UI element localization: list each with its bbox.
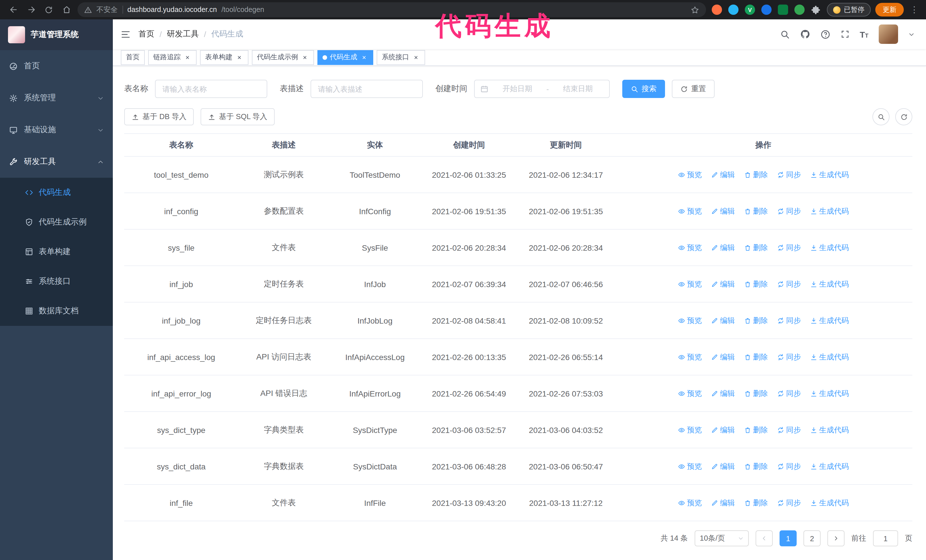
preview-link[interactable]: 预览 — [678, 169, 702, 180]
back-icon[interactable] — [6, 2, 21, 17]
table-desc-input[interactable] — [310, 80, 423, 98]
avatar-caret-icon[interactable] — [908, 31, 915, 37]
edit-link[interactable]: 编辑 — [711, 279, 735, 289]
generate-code-link[interactable]: 生成代码 — [810, 315, 849, 326]
edit-link[interactable]: 编辑 — [711, 352, 735, 362]
tab-system-api[interactable]: 系统接口× — [377, 50, 425, 65]
edit-link[interactable]: 编辑 — [711, 388, 735, 398]
sidebar-item-codegen[interactable]: 代码生成 — [0, 178, 113, 207]
chrome-update-button[interactable]: 更新 — [875, 3, 904, 17]
delete-link[interactable]: 删除 — [744, 425, 768, 435]
close-icon[interactable]: × — [301, 53, 309, 61]
reload-icon[interactable] — [41, 2, 56, 17]
page-button-2[interactable]: 2 — [803, 530, 820, 546]
generate-code-link[interactable]: 生成代码 — [810, 206, 849, 216]
delete-link[interactable]: 删除 — [744, 388, 768, 398]
generate-code-link[interactable]: 生成代码 — [810, 352, 849, 362]
delete-link[interactable]: 删除 — [744, 498, 768, 508]
delete-link[interactable]: 删除 — [744, 315, 768, 326]
page-size-select[interactable]: 10条/页 — [694, 530, 749, 546]
import-sql-button[interactable]: 基于 SQL 导入 — [201, 108, 275, 125]
preview-link[interactable]: 预览 — [678, 352, 702, 362]
delete-link[interactable]: 删除 — [744, 169, 768, 180]
delete-link[interactable]: 删除 — [744, 352, 768, 362]
sync-link[interactable]: 同步 — [777, 315, 801, 326]
home-button-icon[interactable] — [59, 2, 74, 17]
preview-link[interactable]: 预览 — [678, 425, 702, 435]
extensions-puzzle-icon[interactable] — [811, 5, 820, 15]
user-avatar[interactable] — [879, 24, 898, 44]
browser-menu-icon[interactable]: ⋮ — [908, 5, 920, 15]
edit-link[interactable]: 编辑 — [711, 206, 735, 216]
tab-form-builder[interactable]: 表单构建× — [200, 50, 248, 65]
preview-link[interactable]: 预览 — [678, 461, 702, 471]
delete-link[interactable]: 删除 — [744, 242, 768, 253]
close-icon[interactable]: × — [360, 53, 368, 61]
table-name-input[interactable] — [155, 80, 267, 98]
preview-link[interactable]: 预览 — [678, 279, 702, 289]
extension-icon[interactable]: V — [745, 5, 755, 15]
sync-link[interactable]: 同步 — [777, 388, 801, 398]
reset-button[interactable]: 重置 — [672, 80, 714, 98]
sidebar-item-home[interactable]: 首页 — [0, 50, 113, 82]
tab-home[interactable]: 首页 — [121, 50, 145, 65]
generate-code-link[interactable]: 生成代码 — [810, 425, 849, 435]
tab-trace[interactable]: 链路追踪× — [148, 50, 197, 65]
sync-link[interactable]: 同步 — [777, 352, 801, 362]
tab-codegen-demo[interactable]: 代码生成示例× — [252, 50, 314, 65]
sidebar-item-system-api[interactable]: 系统接口 — [0, 267, 113, 296]
generate-code-link[interactable]: 生成代码 — [810, 498, 849, 508]
delete-link[interactable]: 删除 — [744, 206, 768, 216]
forward-icon[interactable] — [23, 2, 39, 17]
breadcrumb-home[interactable]: 首页 — [138, 29, 154, 39]
tab-codegen[interactable]: 代码生成× — [318, 50, 373, 65]
sidebar-item-dev-tools[interactable]: 研发工具 — [0, 146, 113, 178]
preview-link[interactable]: 预览 — [678, 388, 702, 398]
breadcrumb-dev-tools[interactable]: 研发工具 — [167, 29, 199, 39]
toggle-search-button[interactable] — [872, 108, 890, 125]
generate-code-link[interactable]: 生成代码 — [810, 242, 849, 253]
extension-icon[interactable] — [794, 5, 805, 15]
refresh-table-button[interactable] — [895, 108, 912, 125]
preview-link[interactable]: 预览 — [678, 206, 702, 216]
edit-link[interactable]: 编辑 — [711, 242, 735, 253]
page-button-1[interactable]: 1 — [779, 530, 797, 546]
bookmark-star-icon[interactable] — [691, 5, 699, 14]
sidebar-item-system-management[interactable]: 系统管理 — [0, 82, 113, 114]
preview-link[interactable]: 预览 — [678, 315, 702, 326]
font-size-icon[interactable]: TT — [859, 30, 869, 38]
sync-link[interactable]: 同步 — [777, 169, 801, 180]
sync-link[interactable]: 同步 — [777, 206, 801, 216]
delete-link[interactable]: 删除 — [744, 461, 768, 471]
sidebar-item-form-builder[interactable]: 表单构建 — [0, 237, 113, 267]
fullscreen-icon[interactable] — [840, 30, 849, 39]
sidebar-item-db-docs[interactable]: 数据库文档 — [0, 296, 113, 326]
next-page-button[interactable] — [828, 530, 844, 546]
create-time-range-picker[interactable]: 开始日期 - 结束日期 — [474, 80, 610, 98]
sync-link[interactable]: 同步 — [777, 425, 801, 435]
goto-page-input[interactable] — [873, 530, 898, 546]
github-icon[interactable] — [800, 29, 810, 39]
edit-link[interactable]: 编辑 — [711, 425, 735, 435]
address-bar[interactable]: 不安全 dashboard.yudao.iocoder.cn/tool/code… — [77, 2, 706, 17]
edit-link[interactable]: 编辑 — [711, 498, 735, 508]
extension-icon[interactable] — [778, 5, 788, 15]
extension-icon[interactable] — [728, 5, 738, 15]
paused-badge[interactable]: 已暂停 — [827, 3, 871, 17]
edit-link[interactable]: 编辑 — [711, 461, 735, 471]
close-icon[interactable]: × — [183, 53, 191, 61]
search-button[interactable]: 搜索 — [622, 80, 665, 98]
edit-link[interactable]: 编辑 — [711, 169, 735, 180]
sync-link[interactable]: 同步 — [777, 461, 801, 471]
extension-icon[interactable] — [712, 5, 722, 15]
preview-link[interactable]: 预览 — [678, 498, 702, 508]
preview-link[interactable]: 预览 — [678, 242, 702, 253]
edit-link[interactable]: 编辑 — [711, 315, 735, 326]
sidebar-item-codegen-demo[interactable]: 代码生成示例 — [0, 207, 113, 237]
generate-code-link[interactable]: 生成代码 — [810, 169, 849, 180]
close-icon[interactable]: × — [412, 53, 420, 61]
close-icon[interactable]: × — [235, 53, 243, 61]
sync-link[interactable]: 同步 — [777, 279, 801, 289]
sync-link[interactable]: 同步 — [777, 242, 801, 253]
import-db-button[interactable]: 基于 DB 导入 — [124, 108, 194, 125]
